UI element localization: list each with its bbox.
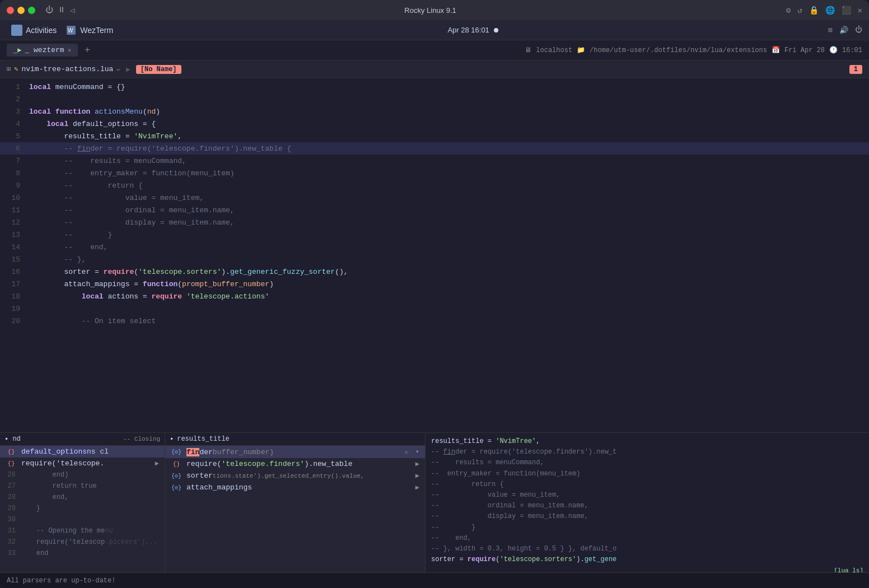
tab-label: _ wezterm [25,46,64,54]
panel-middle: ▪ results_title {⊙} finderbuffer_number)… [165,433,426,572]
tab-terminal-icon: _▶ [13,46,21,54]
panel-left-code-32: 32 require('telescop.pickers')... [0,536,165,548]
code-line-5: 5 results_title = 'NvimTree', [0,130,869,142]
code-line-14: 14 -- end, [0,241,869,253]
code-line-4: 4 local default_options = { [0,118,869,130]
code-line-3: 3 local function actionsMenu(nd) [0,105,869,118]
window-title: Rocky Linux 9.1 [79,6,781,15]
topbar-right: ⊞ 🔊 ⏻ [828,26,862,35]
line-number-badge: 1 [849,65,862,74]
item-sorter-label: sortertions.state').get_selected_entry()… [186,472,411,480]
item-label-2: require('telescope. [21,459,151,468]
audio-icon[interactable]: 🔊 [839,26,848,35]
datetime-label: Apr 28 16:01 [447,26,489,34]
code-editor[interactable]: 1 local menuCommand = {} 2 3 local funct… [0,78,869,432]
panel-left-code-33: 33 end [0,548,165,559]
tabbar: _▶ _ wezterm ✕ + 🖥 localhost 📁 /home/utm… [0,40,869,60]
code-line-11: 11 -- ordinal = menu_item.name, [0,204,869,216]
panel-left-code-28: 28 end, [0,492,165,503]
edit-icon: ✏ [116,66,120,73]
date-label: Fri Apr 28 [784,46,825,54]
lock-icon[interactable]: 🔒 [809,6,819,15]
new-tab-button[interactable]: + [80,45,95,55]
code-line-19: 19 [0,302,869,315]
wezterm-icon: W [66,25,77,36]
item-finder-label: finderbuffer_number) [186,448,398,456]
time-label: 16:01 [842,46,862,54]
screen-icon[interactable]: ⬛ [842,6,851,15]
topbar: Activities W WezTerm Apr 28 16:01 ⊞ 🔊 ⏻ [0,20,869,40]
titlebar: ⏻ ⏸ ◁ Rocky Linux 9.1 ⚙ ↺ 🔒 🌐 ⬛ ✕ [0,0,869,20]
completion-item-attach-mappings[interactable]: {⊙} attach_mappings ▶ [165,482,425,493]
lua-ls-badge: [lua_ls] [431,567,863,572]
completion-item-finder[interactable]: {⊙} finderbuffer_number) ▶ • [165,446,425,458]
completion-item-require-telescope[interactable]: {} require('telescope. ▶ [0,458,165,469]
item-finders-label: require('telescope.finders').new_table [186,460,411,468]
folder-icon: 📁 [577,46,585,54]
wezterm-label: WezTerm [80,26,113,35]
code-line-10: 10 -- value = menu_item, [0,192,869,204]
panel-left-subtitle: -- Closing [123,436,160,442]
code-line-6: 6 -- finder = require('telescope.finders… [0,142,869,155]
completion-item-finders-new-table[interactable]: {} require('telescope.finders').new_tabl… [165,458,425,470]
code-line-13: 13 -- } [0,228,869,241]
item-obj-icon-1: {} [6,449,17,455]
panel-middle-icon: ▪ [170,435,174,443]
filename-label: nvim-tree-actions.lua [21,65,113,73]
panel-middle-header: ▪ results_title [165,433,425,446]
item-attach-label: attach_mappings [186,483,411,492]
panel-left-header: ▪ nd -- Closing [0,433,165,446]
code-line-15: 15 -- }, [0,253,869,265]
tab-wezterm[interactable]: _▶ _ wezterm ✕ [7,44,78,57]
panel-right-code: results_title = 'NvimTree', -- finder = … [431,436,863,565]
activities-label: Activities [26,26,57,35]
maximize-button[interactable] [28,7,35,14]
panel-left-code-31: 31 -- Opening the menu [0,525,165,536]
wezterm-button[interactable]: W WezTerm [61,22,118,38]
path-label: /home/utm-user/.dotfiles/nvim/lua/extens… [590,46,767,54]
item-ref-icon: {⊙} [171,449,182,455]
statusbar: All parsers are up-to-date! [0,572,869,588]
code-line-8: 8 -- entry_maker = function(menu_item) [0,167,869,179]
editor-container: ⊞ ✎ nvim-tree-actions.lua ✏ ▶ [No Name] … [0,60,869,572]
tab-close-button[interactable]: ✕ [68,46,72,54]
tabbar-right: 🖥 localhost 📁 /home/utm-user/.dotfiles/n… [525,46,862,54]
display-icon[interactable]: ⚙ [786,6,791,15]
power-icon[interactable]: ⏻ [45,6,53,15]
monitor-icon: 🖥 [525,46,531,54]
clock-icon: 🕐 [829,46,838,54]
code-line-12: 12 -- display = menu_item.name, [0,216,869,228]
completion-item-sorter[interactable]: {⊙} sortertions.state').get_selected_ent… [165,470,425,482]
editor-header: ⊞ ✎ nvim-tree-actions.lua ✏ ▶ [No Name] … [0,60,869,78]
code-lines: 1 local menuCommand = {} 2 3 local funct… [0,78,869,432]
activities-button[interactable]: Activities [7,22,61,38]
code-line-2: 2 [0,93,869,105]
notification-dot [494,28,498,32]
code-line-1: 1 local menuCommand = {} [0,81,869,93]
svg-text:W: W [68,27,73,34]
completion-item-default-options[interactable]: {} default_optionsns cl [0,446,165,458]
pause-icon[interactable]: ⏸ [58,6,66,15]
item-obj-icon-3: {} [171,461,182,468]
panel-left-title: ▪ nd [4,435,21,443]
panel-middle-title: results_title [177,435,230,443]
back-icon[interactable]: ◁ [70,6,74,15]
close-button[interactable] [7,7,14,14]
code-line-20: 20 -- On item select [0,315,869,327]
power-status-icon[interactable]: ⏻ [855,26,862,34]
panel-left-code-29: 29 } [0,503,165,514]
code-line-16: 16 sorter = require('telescope.sorters')… [0,265,869,278]
close-icon[interactable]: ✕ [858,6,862,15]
refresh-icon[interactable]: ↺ [797,6,802,15]
item-arrow-3: ▶ [415,460,419,468]
item-dot: • [415,448,419,456]
network-icon[interactable]: 🌐 [825,6,835,15]
buffer-name-label: [No Name] [136,65,181,74]
panel-left-code-26: 26 end) [0,469,165,480]
localhost-label: localhost [536,46,572,54]
editor-header-left: ⊞ ✎ nvim-tree-actions.lua ✏ ▶ [No Name] [7,65,181,74]
status-text: All parsers are up-to-date! [7,577,115,585]
code-line-17: 17 attach_mappings = function(prompt_buf… [0,278,869,290]
calendar-icon: 📅 [772,46,780,54]
minimize-button[interactable] [17,7,25,14]
